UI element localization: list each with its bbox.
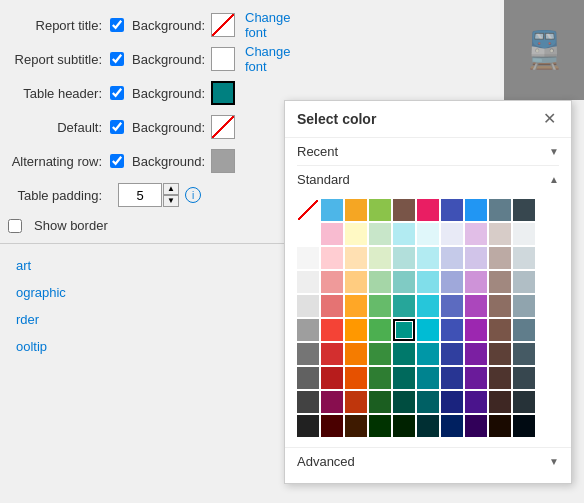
report-subtitle-change-font[interactable]: Change font	[245, 44, 291, 74]
color-cell[interactable]	[393, 319, 415, 341]
color-cell[interactable]	[345, 199, 367, 221]
sidebar-item-ographic[interactable]: ographic	[16, 279, 284, 306]
color-cell[interactable]	[369, 223, 391, 245]
color-cell[interactable]	[297, 247, 319, 269]
report-subtitle-color-swatch[interactable]	[211, 47, 235, 71]
color-cell[interactable]	[393, 415, 415, 437]
color-cell[interactable]	[393, 271, 415, 293]
color-cell[interactable]	[297, 295, 319, 317]
advanced-section-header[interactable]: Advanced ▼	[285, 447, 571, 475]
color-cell[interactable]	[297, 343, 319, 365]
color-cell[interactable]	[441, 343, 463, 365]
color-cell[interactable]	[369, 367, 391, 389]
color-cell[interactable]	[345, 343, 367, 365]
color-cell[interactable]	[441, 223, 463, 245]
color-cell[interactable]	[513, 223, 535, 245]
color-cell[interactable]	[393, 247, 415, 269]
color-cell[interactable]	[297, 223, 319, 245]
color-cell[interactable]	[321, 391, 343, 413]
color-cell[interactable]	[513, 367, 535, 389]
color-cell[interactable]	[465, 391, 487, 413]
color-cell[interactable]	[465, 199, 487, 221]
color-cell[interactable]	[513, 247, 535, 269]
color-cell[interactable]	[393, 295, 415, 317]
color-cell[interactable]	[489, 343, 511, 365]
color-cell[interactable]	[297, 199, 319, 221]
color-cell[interactable]	[489, 391, 511, 413]
color-cell[interactable]	[369, 271, 391, 293]
recent-section-header[interactable]: Recent ▼	[285, 138, 571, 165]
alternating-row-bg-checkbox[interactable]	[110, 154, 124, 168]
color-cell[interactable]	[369, 319, 391, 341]
default-color-swatch[interactable]	[211, 115, 235, 139]
sidebar-item-rder[interactable]: rder	[16, 306, 284, 333]
sidebar-item-art[interactable]: art	[16, 252, 284, 279]
color-cell[interactable]	[345, 223, 367, 245]
color-cell[interactable]	[513, 295, 535, 317]
report-subtitle-bg-checkbox[interactable]	[110, 52, 124, 66]
color-cell[interactable]	[441, 367, 463, 389]
color-cell[interactable]	[345, 319, 367, 341]
color-cell[interactable]	[369, 247, 391, 269]
color-cell[interactable]	[441, 319, 463, 341]
table-header-color-swatch[interactable]	[211, 81, 235, 105]
color-cell[interactable]	[465, 247, 487, 269]
color-cell[interactable]	[321, 247, 343, 269]
report-title-change-font[interactable]: Change font	[245, 10, 291, 40]
color-cell[interactable]	[321, 199, 343, 221]
report-title-bg-checkbox-wrap[interactable]	[110, 18, 124, 32]
info-icon[interactable]: i	[185, 187, 201, 203]
color-cell[interactable]	[465, 223, 487, 245]
color-cell[interactable]	[369, 391, 391, 413]
color-cell[interactable]	[297, 415, 319, 437]
color-cell[interactable]	[345, 295, 367, 317]
color-cell[interactable]	[393, 199, 415, 221]
color-cell[interactable]	[513, 415, 535, 437]
color-cell[interactable]	[489, 415, 511, 437]
color-cell[interactable]	[465, 319, 487, 341]
color-cell[interactable]	[369, 295, 391, 317]
color-cell[interactable]	[417, 319, 439, 341]
color-cell[interactable]	[393, 223, 415, 245]
color-cell[interactable]	[489, 223, 511, 245]
color-cell[interactable]	[489, 319, 511, 341]
color-cell[interactable]	[345, 247, 367, 269]
color-cell[interactable]	[297, 271, 319, 293]
report-subtitle-bg-checkbox-wrap[interactable]	[110, 52, 124, 66]
color-cell[interactable]	[417, 295, 439, 317]
table-padding-increment[interactable]: ▲	[163, 183, 179, 195]
color-cell[interactable]	[321, 415, 343, 437]
color-cell[interactable]	[417, 415, 439, 437]
color-cell[interactable]	[369, 343, 391, 365]
color-cell[interactable]	[321, 367, 343, 389]
report-title-bg-checkbox[interactable]	[110, 18, 124, 32]
color-cell[interactable]	[369, 415, 391, 437]
color-cell[interactable]	[489, 367, 511, 389]
default-bg-checkbox[interactable]	[110, 120, 124, 134]
color-cell[interactable]	[441, 295, 463, 317]
color-cell[interactable]	[393, 391, 415, 413]
color-cell[interactable]	[489, 295, 511, 317]
color-cell[interactable]	[321, 295, 343, 317]
color-cell[interactable]	[297, 367, 319, 389]
alternating-row-bg-checkbox-wrap[interactable]	[110, 154, 124, 168]
table-padding-decrement[interactable]: ▼	[163, 195, 179, 207]
color-cell[interactable]	[417, 271, 439, 293]
table-header-bg-checkbox[interactable]	[110, 86, 124, 100]
color-cell[interactable]	[345, 271, 367, 293]
color-cell[interactable]	[321, 343, 343, 365]
color-cell[interactable]	[345, 391, 367, 413]
color-cell[interactable]	[513, 271, 535, 293]
color-cell[interactable]	[441, 247, 463, 269]
color-cell[interactable]	[513, 319, 535, 341]
color-cell[interactable]	[465, 367, 487, 389]
color-cell[interactable]	[345, 367, 367, 389]
color-cell[interactable]	[441, 391, 463, 413]
color-cell[interactable]	[417, 367, 439, 389]
color-cell[interactable]	[513, 391, 535, 413]
table-header-bg-checkbox-wrap[interactable]	[110, 86, 124, 100]
color-cell[interactable]	[417, 223, 439, 245]
color-cell[interactable]	[465, 343, 487, 365]
color-cell[interactable]	[465, 415, 487, 437]
color-cell[interactable]	[417, 391, 439, 413]
